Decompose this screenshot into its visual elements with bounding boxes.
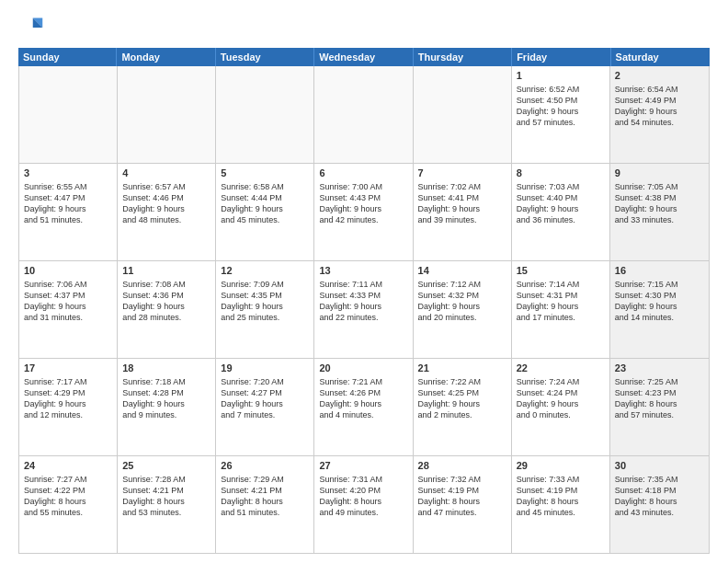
- calendar-cell: 26Sunrise: 7:29 AMSunset: 4:21 PMDayligh…: [216, 456, 314, 553]
- day-info: and 0 minutes.: [517, 409, 605, 420]
- day-info: Sunrise: 7:05 AM: [615, 181, 704, 192]
- day-info: Daylight: 9 hours: [615, 301, 704, 312]
- day-info: Sunrise: 7:32 AM: [418, 474, 506, 485]
- day-info: Daylight: 9 hours: [122, 301, 210, 312]
- logo: [18, 15, 48, 40]
- calendar-cell: 18Sunrise: 7:18 AMSunset: 4:28 PMDayligh…: [118, 359, 216, 455]
- day-info: and 54 minutes.: [615, 117, 704, 128]
- day-info: Sunrise: 7:22 AM: [418, 376, 506, 387]
- calendar-cell: 6Sunrise: 7:00 AMSunset: 4:43 PMDaylight…: [314, 164, 413, 260]
- day-info: Daylight: 9 hours: [418, 301, 506, 312]
- weekday-header: Saturday: [611, 48, 710, 66]
- day-info: Daylight: 9 hours: [615, 106, 704, 117]
- day-number: 10: [24, 264, 112, 278]
- logo-icon: [18, 15, 44, 40]
- day-info: Sunrise: 7:18 AM: [122, 376, 210, 387]
- day-info: Sunrise: 7:09 AM: [221, 279, 309, 290]
- calendar-row: 10Sunrise: 7:06 AMSunset: 4:37 PMDayligh…: [19, 261, 709, 359]
- day-info: Sunrise: 6:52 AM: [517, 84, 605, 95]
- weekday-header: Friday: [512, 48, 610, 66]
- day-info: Daylight: 9 hours: [24, 203, 112, 214]
- header: [18, 15, 710, 40]
- day-info: and 22 minutes.: [319, 312, 407, 323]
- day-info: Daylight: 8 hours: [221, 496, 309, 507]
- day-info: Sunset: 4:26 PM: [319, 387, 407, 398]
- weekday-header: Sunday: [18, 48, 117, 66]
- calendar-cell: 25Sunrise: 7:28 AMSunset: 4:21 PMDayligh…: [118, 456, 216, 553]
- day-info: Sunset: 4:27 PM: [221, 387, 309, 398]
- day-info: Sunset: 4:28 PM: [122, 387, 210, 398]
- day-number: 1: [517, 69, 605, 83]
- day-info: Sunset: 4:21 PM: [122, 485, 210, 496]
- day-info: Daylight: 8 hours: [418, 496, 506, 507]
- day-info: and 39 minutes.: [418, 214, 506, 225]
- calendar-cell: [216, 66, 314, 163]
- calendar-cell: 21Sunrise: 7:22 AMSunset: 4:25 PMDayligh…: [414, 359, 512, 455]
- day-number: 15: [517, 264, 605, 278]
- day-info: and 51 minutes.: [221, 507, 309, 518]
- day-number: 22: [517, 362, 605, 375]
- day-info: Daylight: 9 hours: [221, 203, 309, 214]
- day-info: Sunset: 4:29 PM: [24, 387, 112, 398]
- day-info: and 45 minutes.: [221, 214, 309, 225]
- day-number: 30: [615, 459, 704, 473]
- day-info: Sunset: 4:19 PM: [418, 485, 506, 496]
- day-info: and 51 minutes.: [24, 214, 112, 225]
- calendar-cell: 9Sunrise: 7:05 AMSunset: 4:38 PMDaylight…: [610, 164, 709, 260]
- day-info: Sunset: 4:38 PM: [615, 192, 704, 203]
- calendar-cell: 27Sunrise: 7:31 AMSunset: 4:20 PMDayligh…: [314, 456, 413, 553]
- day-info: Sunset: 4:33 PM: [319, 290, 407, 301]
- day-number: 6: [319, 167, 407, 180]
- day-info: Daylight: 9 hours: [221, 301, 309, 312]
- day-info: Daylight: 9 hours: [122, 203, 210, 214]
- calendar-cell: 7Sunrise: 7:02 AMSunset: 4:41 PMDaylight…: [414, 164, 512, 260]
- day-info: Sunrise: 6:55 AM: [24, 181, 112, 192]
- day-info: Sunrise: 6:58 AM: [221, 181, 309, 192]
- calendar-cell: 22Sunrise: 7:24 AMSunset: 4:24 PMDayligh…: [512, 359, 610, 455]
- day-number: 11: [122, 264, 210, 278]
- day-info: Daylight: 9 hours: [24, 301, 112, 312]
- day-info: Sunrise: 6:57 AM: [122, 181, 210, 192]
- day-info: Sunset: 4:22 PM: [24, 485, 112, 496]
- day-number: 29: [517, 459, 605, 473]
- day-number: 27: [319, 459, 407, 473]
- calendar-cell: [19, 66, 118, 163]
- day-info: Sunrise: 7:24 AM: [517, 376, 605, 387]
- day-info: and 57 minutes.: [517, 117, 605, 128]
- day-number: 20: [319, 362, 407, 375]
- day-info: Sunrise: 7:14 AM: [517, 279, 605, 290]
- day-info: and 47 minutes.: [418, 507, 506, 518]
- day-info: Sunrise: 7:20 AM: [221, 376, 309, 387]
- day-info: Sunset: 4:47 PM: [24, 192, 112, 203]
- day-info: and 25 minutes.: [221, 312, 309, 323]
- day-number: 28: [418, 459, 506, 473]
- day-info: Daylight: 9 hours: [517, 301, 605, 312]
- calendar-cell: 19Sunrise: 7:20 AMSunset: 4:27 PMDayligh…: [216, 359, 314, 455]
- day-info: and 14 minutes.: [615, 312, 704, 323]
- day-info: Sunset: 4:24 PM: [517, 387, 605, 398]
- day-number: 25: [122, 459, 210, 473]
- day-info: and 33 minutes.: [615, 214, 704, 225]
- day-info: Sunset: 4:43 PM: [319, 192, 407, 203]
- day-number: 2: [615, 69, 704, 83]
- day-info: and 55 minutes.: [24, 507, 112, 518]
- day-number: 18: [122, 362, 210, 375]
- calendar-cell: 11Sunrise: 7:08 AMSunset: 4:36 PMDayligh…: [118, 261, 216, 358]
- day-info: Daylight: 8 hours: [615, 496, 704, 507]
- day-number: 17: [24, 362, 112, 375]
- day-info: Daylight: 9 hours: [418, 203, 506, 214]
- calendar-header: SundayMondayTuesdayWednesdayThursdayFrid…: [18, 48, 710, 66]
- day-info: and 45 minutes.: [517, 507, 605, 518]
- calendar: SundayMondayTuesdayWednesdayThursdayFrid…: [18, 48, 710, 554]
- day-info: Sunset: 4:25 PM: [418, 387, 506, 398]
- day-info: Sunrise: 7:35 AM: [615, 474, 704, 485]
- calendar-cell: [314, 66, 413, 163]
- day-info: Sunset: 4:31 PM: [517, 290, 605, 301]
- calendar-cell: 12Sunrise: 7:09 AMSunset: 4:35 PMDayligh…: [216, 261, 314, 358]
- calendar-cell: 1Sunrise: 6:52 AMSunset: 4:50 PMDaylight…: [512, 66, 610, 163]
- day-number: 12: [221, 264, 309, 278]
- day-info: Sunset: 4:41 PM: [418, 192, 506, 203]
- page: SundayMondayTuesdayWednesdayThursdayFrid…: [0, 0, 728, 563]
- day-info: and 17 minutes.: [517, 312, 605, 323]
- day-info: and 57 minutes.: [615, 409, 704, 420]
